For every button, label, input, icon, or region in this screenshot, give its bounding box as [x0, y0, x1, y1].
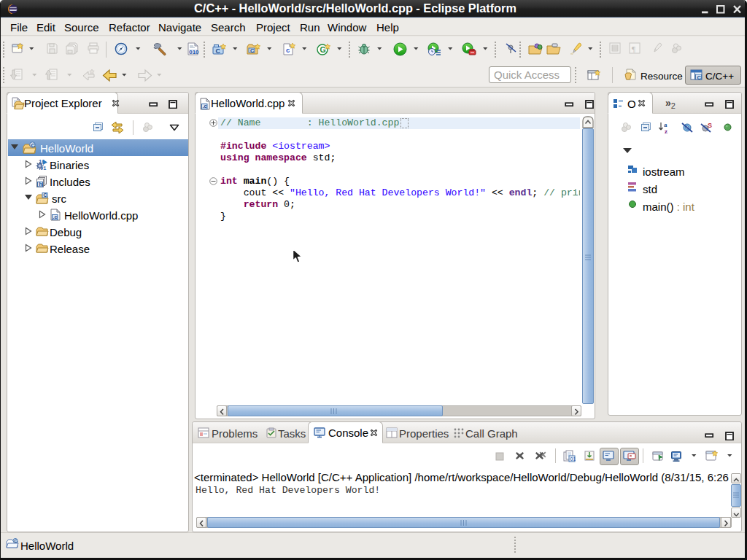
- svg-text:C: C: [44, 192, 47, 198]
- svg-text:G: G: [320, 45, 326, 54]
- svg-text:C: C: [216, 47, 221, 55]
- svg-text:.c: .c: [202, 103, 206, 109]
- svg-text:S: S: [708, 122, 712, 129]
- svg-text:C: C: [14, 539, 18, 543]
- svg-text:z: z: [665, 128, 667, 134]
- svg-text:¶: ¶: [632, 44, 635, 53]
- svg-text:C: C: [31, 142, 36, 149]
- svg-text:h: h: [39, 181, 43, 187]
- svg-text:01: 01: [570, 456, 576, 462]
- svg-text:c: c: [286, 46, 290, 54]
- svg-text:C: C: [697, 74, 702, 81]
- svg-text:010: 010: [189, 49, 199, 55]
- svg-text:.c: .c: [53, 214, 57, 220]
- svg-text:C: C: [250, 47, 255, 54]
